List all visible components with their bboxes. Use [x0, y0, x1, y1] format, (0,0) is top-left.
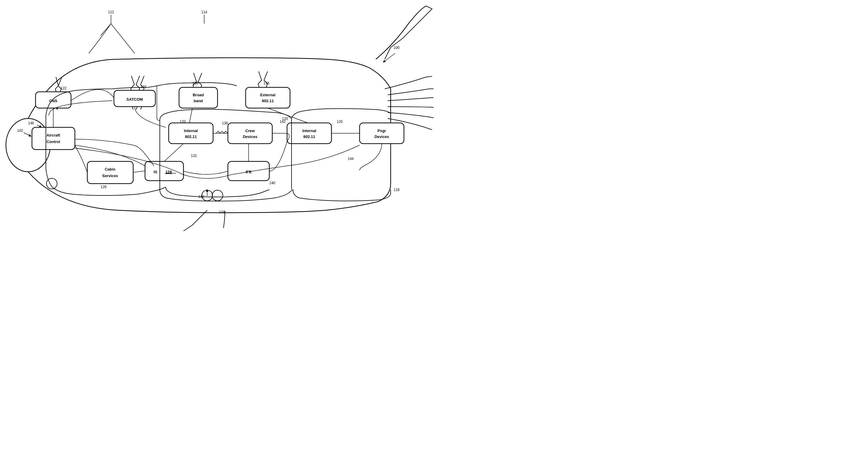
- ref-114: 114: [201, 10, 207, 14]
- broadband-label2: band: [193, 98, 203, 103]
- external-label1: External: [260, 93, 275, 97]
- ref-136: 136: [222, 121, 228, 125]
- is-box: [145, 162, 184, 181]
- psgr-label1: Psgr: [378, 128, 386, 133]
- external-label2: 802.11: [262, 98, 274, 103]
- svg-line-9: [24, 133, 31, 136]
- external-box: [246, 87, 290, 108]
- ref-112: 112: [108, 10, 114, 14]
- ref-116: 116: [219, 210, 225, 214]
- broadband-box: [179, 87, 218, 108]
- crew-label2: Devices: [243, 135, 257, 139]
- aircraft-label1: Aircraft: [46, 133, 60, 137]
- ref-120a: 120: [180, 120, 186, 124]
- crew-label1: Crew: [245, 128, 255, 133]
- svg-line-14: [164, 144, 184, 162]
- svg-line-20: [111, 24, 135, 53]
- ref-130: 130: [192, 81, 198, 85]
- internal2-box: [287, 123, 332, 144]
- ref-140: 140: [269, 181, 275, 185]
- svg-line-13: [133, 171, 145, 172]
- crew-box: [228, 123, 272, 144]
- ref-144: 144: [348, 157, 354, 161]
- internal1-label2: 802.11: [185, 135, 197, 139]
- svg-point-3: [212, 190, 223, 201]
- ref-132: 132: [191, 154, 197, 158]
- internal1-box: [169, 123, 213, 144]
- cabin-services-box: [87, 162, 133, 183]
- is-number: 128: [165, 170, 172, 174]
- ref-134: 134: [264, 81, 269, 85]
- is-label: IS: [154, 170, 157, 174]
- cabin-label1: Cabin: [105, 167, 116, 171]
- internal1-label1: Internal: [184, 128, 198, 133]
- svg-line-7: [383, 53, 395, 62]
- ref-124: 124: [141, 85, 147, 89]
- internal2-label1: Internal: [303, 128, 316, 133]
- psgr-label2: Devices: [374, 135, 389, 139]
- ref-120b: 120: [282, 117, 288, 121]
- ref-120c: 120: [337, 120, 343, 124]
- svg-line-18: [189, 108, 192, 123]
- aircraft-label2: Control: [46, 140, 60, 144]
- ref-146: 146: [28, 121, 34, 125]
- svg-line-5: [101, 24, 111, 35]
- broadband-label1: Broad: [193, 93, 204, 97]
- ref-126: 126: [101, 185, 106, 189]
- internal2-label2: 802.11: [303, 135, 315, 139]
- ref-122: 122: [61, 86, 67, 90]
- ref-100: 100: [394, 46, 400, 50]
- satcom-label: SATCOM: [126, 97, 143, 102]
- ref-118: 118: [394, 188, 400, 192]
- ref-102: 102: [17, 128, 23, 133]
- psgr-box: [360, 123, 404, 144]
- aircraft-control-box: [32, 127, 75, 149]
- diagram-container: 112 114 100 CNS 122 SATCOM 124 Broad ban…: [0, 0, 434, 231]
- cabin-label2: Services: [102, 174, 118, 178]
